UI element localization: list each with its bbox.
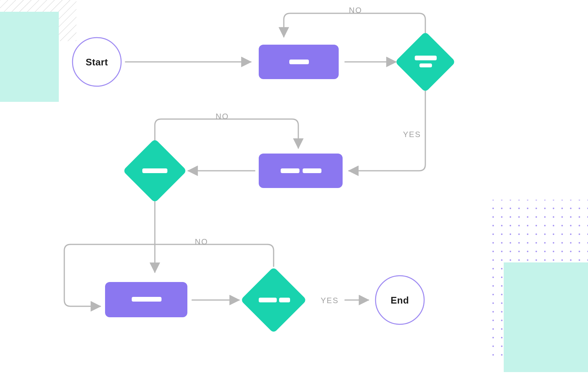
decor-top-left [0, 0, 76, 102]
svg-rect-12 [259, 154, 343, 188]
svg-rect-20 [259, 298, 277, 302]
end-label: End [390, 295, 410, 306]
svg-rect-3 [0, 12, 59, 102]
process-1 [259, 45, 339, 79]
decision-2 [123, 139, 187, 203]
svg-rect-18 [132, 297, 162, 302]
svg-rect-14 [303, 168, 321, 173]
flowchart-canvas: Start End NO YES NO NO YES [0, 0, 588, 376]
decor-bottom-right [492, 200, 588, 372]
edge-label-no-3: NO [195, 237, 208, 246]
decision-1 [395, 31, 456, 92]
process-3 [105, 282, 187, 317]
process-2 [259, 154, 343, 188]
svg-rect-13 [281, 168, 299, 173]
flowchart-svg [0, 0, 588, 376]
svg-rect-10 [415, 56, 437, 60]
decision-3 [240, 267, 307, 333]
svg-rect-8 [289, 60, 309, 64]
edge-label-yes-2: YES [321, 296, 339, 305]
svg-rect-5 [504, 262, 588, 372]
svg-rect-21 [279, 298, 290, 302]
edge-d1-no [284, 13, 425, 37]
svg-rect-16 [142, 168, 167, 173]
edge-d2-no [155, 119, 298, 148]
edge-label-yes-1: YES [403, 130, 421, 139]
svg-rect-11 [419, 63, 432, 67]
edge-label-no-1: NO [349, 6, 362, 15]
start-label: Start [84, 57, 109, 68]
svg-rect-9 [395, 31, 456, 92]
edge-label-no-2: NO [216, 112, 229, 121]
